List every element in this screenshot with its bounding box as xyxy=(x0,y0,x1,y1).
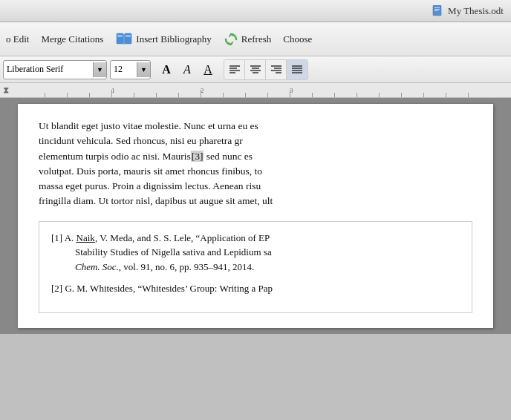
font-size-label: 12 xyxy=(114,64,134,75)
svg-rect-3 xyxy=(434,10,438,11)
main-text-line3: elementum turpis odio ac nisi. Mauris xyxy=(39,151,191,162)
ruler-tick xyxy=(156,93,157,97)
svg-rect-10 xyxy=(126,36,131,37)
bib-1-journal-italic: Chem. Soc. xyxy=(75,261,119,272)
edit-button[interactable]: o Edit xyxy=(0,30,35,48)
merge-citations-button[interactable]: Merge Citations xyxy=(35,30,109,48)
font-family-select[interactable]: Liberation Serif ▼ xyxy=(3,60,107,79)
main-toolbar: o Edit Merge Citations Insert Bibliograp… xyxy=(0,22,511,56)
font-name-label: Liberation Serif xyxy=(7,64,90,75)
bold-button[interactable]: A xyxy=(157,60,176,79)
choose-button[interactable]: Choose xyxy=(277,30,318,48)
bib-2-text: [2] G. M. Whitesides, “Whitesides’ Group… xyxy=(51,283,273,294)
align-left-button[interactable] xyxy=(224,60,245,79)
ruler-tick xyxy=(111,90,112,97)
align-justify-icon xyxy=(291,65,303,75)
svg-rect-7 xyxy=(117,35,123,36)
document-icon xyxy=(432,5,443,17)
svg-rect-9 xyxy=(126,35,131,36)
align-right-button[interactable] xyxy=(266,60,287,79)
main-text-line1: Ut blandit eget justo vitae molestie. Nu… xyxy=(39,120,258,131)
align-center-icon xyxy=(250,65,261,75)
ruler-tick xyxy=(334,93,335,97)
font-dropdown-arrow[interactable]: ▼ xyxy=(93,62,106,77)
document-area: Ut blandit eget justo vitae molestie. Nu… xyxy=(0,98,511,334)
ruler-tick xyxy=(223,93,224,97)
citation-marker-3: [3] xyxy=(191,151,204,162)
ruler-tick xyxy=(423,93,424,97)
ruler-tick xyxy=(89,93,90,97)
bib-1-title-line2: Stability Studies of Nigella sativa and … xyxy=(51,245,272,260)
ruler-tick xyxy=(446,93,446,97)
main-text-line6: fringilla diam. Ut tortor nisl, dapibus … xyxy=(39,195,273,206)
ruler-marks: 1 2 3 xyxy=(22,83,511,97)
svg-rect-8 xyxy=(117,36,123,37)
main-text-line4: volutpat. Duis porta, mauris sit amet rh… xyxy=(39,165,262,177)
main-text-line5: massa eget purus. Proin a dignissim lect… xyxy=(39,180,261,191)
ruler-tick xyxy=(379,93,380,97)
ruler-tick xyxy=(267,93,268,97)
refresh-icon xyxy=(224,32,238,47)
italic-button[interactable]: A xyxy=(178,60,197,79)
ruler-tick xyxy=(201,90,201,97)
ruler-tick xyxy=(245,93,246,97)
align-center-button[interactable] xyxy=(245,60,266,79)
horizontal-ruler: ⧗ 1 2 3 xyxy=(0,83,511,98)
svg-rect-2 xyxy=(434,9,440,10)
bib-1-author-name: Naik xyxy=(77,232,95,243)
document-page[interactable]: Ut blandit eget justo vitae molestie. Nu… xyxy=(18,104,493,328)
text-style-group: A A A xyxy=(157,60,218,79)
ruler-tick xyxy=(45,93,45,97)
svg-rect-1 xyxy=(434,7,440,8)
ruler-tick xyxy=(134,93,134,97)
bib-1-journal: Chem. Soc., vol. 91, no. 6, pp. 935–941,… xyxy=(51,260,254,275)
main-text-line2: tincidunt vehicula. Sed rhoncus, nisi eu… xyxy=(39,135,243,146)
ruler-indent-marker: ⧗ xyxy=(3,85,9,96)
ruler-tick xyxy=(312,93,313,97)
ruler-tick xyxy=(178,93,179,97)
ruler-tick xyxy=(468,93,469,97)
alignment-group xyxy=(224,59,308,80)
bibliography-section: [1] A. Naik, V. Meda, and S. S. Lele, “A… xyxy=(39,221,472,313)
align-left-icon xyxy=(229,65,241,75)
size-dropdown-arrow[interactable]: ▼ xyxy=(137,62,150,77)
title-bar-content: My Thesis.odt xyxy=(432,5,504,17)
bib-entry-2: [2] G. M. Whitesides, “Whitesides’ Group… xyxy=(51,281,460,296)
ruler-tick xyxy=(401,93,402,97)
bib-entry-1: [1] A. Naik, V. Meda, and S. S. Lele, “A… xyxy=(51,231,460,275)
bib-1-authors: , V. Meda, and S. S. Lele, “Application … xyxy=(95,232,270,243)
font-size-select[interactable]: 12 ▼ xyxy=(110,60,151,79)
insert-bibliography-button[interactable]: Insert Bibliography xyxy=(109,29,217,50)
ruler-tick xyxy=(290,90,290,97)
align-justify-button[interactable] xyxy=(287,60,307,79)
underline-button[interactable]: A xyxy=(198,60,218,79)
bib-1-prefix: [1] A. xyxy=(51,232,77,243)
book-icon xyxy=(115,32,133,47)
main-text-block: Ut blandit eget justo vitae molestie. Nu… xyxy=(39,119,472,209)
format-toolbar: Liberation Serif ▼ 12 ▼ A A A xyxy=(0,56,511,83)
title-bar: My Thesis.odt xyxy=(0,0,511,22)
main-text-after-citation: sed nunc es xyxy=(204,151,253,162)
ruler-tick xyxy=(67,93,68,97)
filename: My Thesis.odt xyxy=(448,5,504,17)
align-right-icon xyxy=(270,65,282,75)
ruler-tick xyxy=(357,93,357,97)
refresh-button[interactable]: Refresh xyxy=(218,29,277,50)
